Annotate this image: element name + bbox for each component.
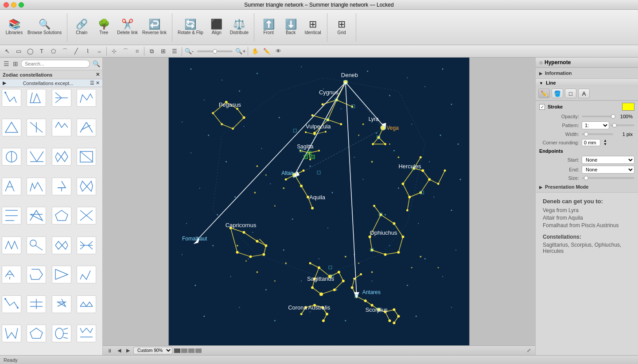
zoom-slider-thumb[interactable] [213, 49, 217, 54]
shadow-tool-button[interactable]: □ [565, 89, 576, 98]
close-button[interactable] [4, 2, 9, 8]
identical-button[interactable]: ⊞ Identical [302, 13, 323, 42]
rect-tool-button[interactable]: ▭ [13, 46, 24, 56]
thumb-9[interactable] [2, 148, 21, 166]
thumb-18[interactable] [27, 207, 46, 225]
sidebar-search-input[interactable] [21, 60, 90, 68]
corner-rounding-down[interactable]: ▼ [603, 143, 607, 146]
hand-tool-button[interactable]: ✋ [250, 46, 261, 56]
thumb-12[interactable] [77, 148, 96, 166]
thumb-4[interactable] [77, 89, 96, 107]
sidebar-grid-view-button[interactable]: ⊞ [12, 59, 19, 68]
opacity-slider[interactable] [582, 116, 613, 117]
fill-tool-button[interactable]: 🪣 [552, 89, 563, 98]
presentation-mode-header[interactable]: Presentation Mode [539, 183, 634, 190]
thumb-25[interactable] [2, 266, 21, 283]
thumb-5[interactable] [2, 119, 21, 136]
width-slider-thumb[interactable] [584, 132, 588, 136]
thumb-20[interactable] [77, 207, 96, 225]
collection-close-button[interactable]: ✕ [96, 72, 100, 77]
thumb-6[interactable] [27, 119, 46, 136]
zoom-out-button[interactable]: 🔍- [184, 46, 195, 56]
thumb-7[interactable] [52, 119, 71, 136]
sidebar-list-view-button[interactable]: ☰ [3, 59, 10, 68]
stroke-tool-button[interactable]: ✏️ [538, 89, 550, 98]
line-tool-button[interactable]: ╱ [71, 46, 82, 56]
thumb-27[interactable] [52, 266, 71, 283]
sidebar-collection-header[interactable]: Zodiac constellations ✕ [0, 70, 102, 79]
bezier-tool-button[interactable]: ⌒ [120, 46, 131, 56]
size-slider[interactable] [582, 177, 634, 179]
minimize-button[interactable] [11, 2, 16, 8]
thumb-22[interactable] [27, 236, 46, 254]
table-view-button[interactable]: ⊞ [158, 46, 168, 56]
thumb-1[interactable] [2, 89, 21, 107]
size-slider-thumb[interactable] [584, 176, 588, 180]
radio-button[interactable]: ⊙ [539, 60, 543, 65]
thumb-3[interactable] [52, 89, 71, 107]
sidebar-subcollection[interactable]: ▶ Constellations except... ☰ ✕ [0, 79, 102, 87]
opacity-slider-thumb[interactable] [611, 114, 615, 119]
corner-rounding-input[interactable] [582, 139, 600, 146]
align-button[interactable]: ⬛ Align [206, 13, 227, 42]
thumb-16[interactable] [77, 178, 96, 195]
thumb-2[interactable] [27, 89, 46, 107]
back-button[interactable]: ⬇️ Back [280, 13, 301, 42]
text-style-button[interactable]: A [578, 89, 590, 98]
subcollection-view-button[interactable]: ☰ [90, 80, 94, 86]
ellipse-tool-button[interactable]: ◯ [25, 46, 35, 56]
eye-tool-button[interactable]: 👁 [273, 46, 284, 56]
conn-tool-button[interactable]: ⌇ [82, 46, 93, 56]
sidebar-search-button[interactable]: 🔍 [92, 59, 101, 68]
grid-button[interactable]: ⊞ Grid [331, 13, 352, 42]
distribute-button[interactable]: ⚖️ Distribute [228, 13, 250, 42]
maximize-button[interactable] [19, 2, 24, 8]
canvas-container[interactable]: Vega [103, 58, 535, 345]
text-tool-button[interactable]: T [36, 46, 47, 56]
thumb-36[interactable] [77, 325, 96, 342]
thumb-21[interactable] [2, 236, 21, 254]
stroke-color-swatch[interactable] [622, 103, 634, 111]
end-select[interactable]: None [582, 166, 634, 174]
zoom-slider-container[interactable] [195, 50, 234, 52]
thumb-34[interactable] [27, 325, 46, 342]
thumb-10[interactable] [27, 148, 46, 166]
information-header[interactable]: Information [539, 70, 634, 77]
rotate-flip-button[interactable]: 🔄 Rotate & Flip [176, 13, 205, 42]
zoom-select[interactable]: Custom 90% [133, 347, 172, 354]
play-pause-button[interactable]: ⏸ [105, 348, 114, 354]
thumb-8[interactable] [77, 119, 96, 136]
zoom-in-button[interactable]: 🔍+ [235, 46, 246, 56]
chain-button[interactable]: 🔗 Chain [71, 13, 92, 42]
expand-button[interactable]: ⤢ [525, 347, 533, 354]
browse-solutions-button[interactable]: 🔍 Browse Solutions [26, 13, 63, 42]
page-button-1[interactable] [174, 349, 180, 353]
pattern-slider[interactable] [610, 124, 635, 126]
thumb-33[interactable] [2, 325, 21, 342]
prev-page-button[interactable]: ◀ [116, 347, 123, 354]
thumb-11[interactable] [52, 148, 71, 166]
thumb-26[interactable] [27, 266, 46, 283]
reverse-link-button[interactable]: ↩️ Reverse link [140, 13, 168, 42]
thumb-24[interactable] [77, 236, 96, 254]
next-page-button[interactable]: ▶ [124, 347, 132, 354]
link-view-button[interactable]: ⧉ [146, 46, 157, 56]
draw-tool-button[interactable]: ✏️ [261, 46, 272, 56]
subcollection-close-button[interactable]: ✕ [96, 80, 100, 86]
thumb-30[interactable] [27, 295, 46, 313]
curve-tool-button[interactable]: ⌒ [59, 46, 70, 56]
pattern-type-select[interactable]: 1: [582, 121, 609, 129]
stroke-checkbox[interactable] [539, 104, 545, 110]
thumb-31[interactable] [52, 295, 71, 313]
page-button-2[interactable] [181, 349, 187, 353]
list-view-button[interactable]: ☰ [169, 46, 180, 56]
page-button-4[interactable] [195, 349, 202, 353]
thumb-19[interactable] [52, 207, 71, 225]
page-button-3[interactable] [188, 349, 195, 353]
delete-link-button[interactable]: ✂️ Delete link [115, 13, 140, 42]
tree-button[interactable]: 🌳 Tree [93, 13, 114, 42]
arc-tool-button[interactable]: ⌣ [94, 46, 105, 56]
thumb-13[interactable] [2, 178, 21, 195]
front-button[interactable]: ⬆️ Front [258, 13, 279, 42]
thumb-14[interactable] [27, 178, 46, 195]
